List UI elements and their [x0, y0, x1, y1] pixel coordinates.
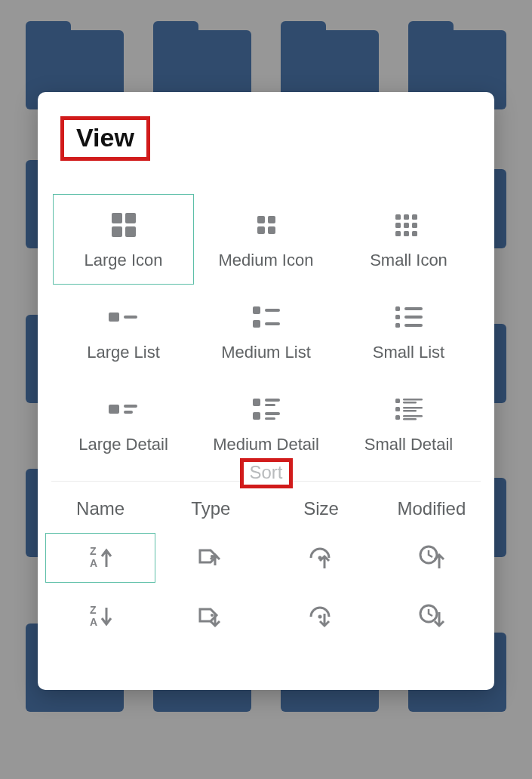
svg-rect-13 [412, 223, 417, 228]
svg-rect-14 [395, 231, 401, 236]
sort-size-asc[interactable] [266, 533, 377, 583]
medium-icon-icon [251, 208, 281, 242]
small-icon-icon [392, 208, 426, 242]
svg-rect-23 [395, 306, 400, 311]
sort-alpha-desc-icon: ZA [85, 603, 115, 630]
svg-rect-22 [265, 322, 280, 325]
svg-rect-5 [268, 216, 275, 223]
svg-rect-17 [109, 313, 119, 322]
sort-size-desc-icon [306, 603, 337, 630]
svg-rect-36 [265, 412, 280, 415]
view-option-small-list[interactable]: Small List [338, 286, 479, 377]
sort-modified-desc[interactable] [377, 592, 487, 642]
view-options-grid: Large Icon Medium Icon Small Icon Large … [38, 161, 494, 469]
svg-rect-21 [253, 320, 260, 328]
svg-rect-26 [404, 316, 423, 319]
svg-rect-7 [268, 226, 275, 234]
svg-rect-37 [265, 417, 275, 420]
svg-rect-20 [265, 309, 280, 312]
medium-list-icon [250, 300, 283, 334]
svg-text:Z: Z [90, 545, 97, 557]
sort-size-asc-icon [306, 544, 337, 571]
sort-alpha-asc-icon: ZA [85, 544, 115, 571]
large-icon-icon [109, 208, 139, 242]
svg-rect-46 [403, 418, 417, 420]
sort-section: Sort Name Type Size Modified ZA ZA [38, 481, 494, 642]
sort-tag-asc-icon [195, 544, 226, 571]
large-detail-icon [107, 393, 140, 426]
view-option-label: Medium Detail [213, 435, 319, 454]
view-option-large-detail[interactable]: Large Detail [53, 378, 194, 469]
view-option-large-icon[interactable]: Large Icon [53, 194, 194, 285]
svg-rect-9 [404, 214, 409, 220]
view-option-label: Small List [373, 343, 444, 362]
svg-rect-15 [404, 231, 409, 236]
sort-modified-asc[interactable] [377, 533, 487, 583]
svg-rect-27 [395, 323, 400, 328]
sort-header-modified: Modified [377, 498, 487, 519]
svg-rect-28 [404, 324, 423, 327]
sort-name-desc[interactable]: ZA [45, 592, 155, 642]
view-option-label: Large Detail [78, 435, 168, 454]
sort-title-highlight: Sort [239, 458, 292, 488]
svg-rect-29 [109, 405, 119, 414]
sort-size-desc[interactable] [266, 592, 377, 642]
svg-rect-19 [253, 306, 260, 314]
view-option-medium-list[interactable]: Medium List [195, 286, 337, 377]
sort-header-type: Type [155, 498, 266, 519]
svg-rect-40 [403, 402, 417, 404]
svg-rect-30 [124, 405, 137, 408]
svg-point-54 [211, 614, 214, 617]
large-list-icon [107, 300, 140, 334]
medium-detail-icon [250, 393, 283, 426]
svg-rect-1 [125, 213, 136, 223]
svg-rect-38 [395, 399, 400, 403]
view-option-medium-detail[interactable]: Medium Detail [195, 378, 337, 469]
svg-rect-12 [404, 223, 409, 228]
sort-header-name: Name [45, 498, 155, 519]
svg-rect-34 [265, 404, 275, 406]
dialog-title: View [76, 123, 134, 152]
svg-rect-32 [253, 399, 260, 406]
svg-rect-4 [257, 216, 265, 223]
svg-rect-43 [403, 410, 417, 412]
view-option-label: Small Icon [370, 251, 447, 270]
svg-text:A: A [90, 557, 97, 569]
view-option-label: Medium List [221, 343, 311, 362]
sort-options-grid: ZA ZA [38, 519, 494, 642]
sort-title: Sort [249, 462, 282, 483]
svg-rect-25 [395, 315, 400, 319]
svg-rect-33 [265, 399, 280, 402]
svg-rect-16 [412, 231, 417, 236]
view-option-label: Small Detail [364, 435, 453, 454]
view-option-medium-icon[interactable]: Medium Icon [195, 194, 337, 285]
svg-rect-24 [404, 307, 423, 310]
svg-rect-8 [395, 214, 401, 220]
sort-type-asc[interactable] [155, 533, 266, 583]
view-option-label: Medium Icon [219, 251, 314, 270]
sort-name-asc[interactable]: ZA [45, 533, 155, 583]
svg-text:A: A [90, 616, 97, 628]
sort-time-desc-icon [417, 603, 447, 630]
view-sort-dialog: View Large Icon Medium Icon Small Icon [38, 92, 494, 690]
svg-rect-39 [403, 399, 423, 401]
svg-rect-2 [112, 226, 122, 237]
dialog-title-highlight: View [60, 116, 150, 161]
small-detail-icon [392, 393, 426, 426]
svg-rect-35 [253, 412, 260, 420]
view-option-small-icon[interactable]: Small Icon [338, 194, 479, 285]
svg-text:Z: Z [90, 604, 97, 616]
svg-rect-42 [403, 407, 423, 409]
svg-rect-10 [412, 214, 417, 220]
svg-rect-6 [257, 226, 265, 234]
sort-time-asc-icon [417, 544, 447, 571]
sort-type-desc[interactable] [155, 592, 266, 642]
view-option-small-detail[interactable]: Small Detail [338, 378, 479, 469]
svg-rect-3 [125, 226, 136, 237]
view-option-label: Large Icon [85, 251, 163, 270]
svg-rect-44 [395, 415, 400, 420]
svg-point-55 [318, 615, 321, 619]
svg-rect-31 [124, 411, 133, 414]
view-option-large-list[interactable]: Large List [53, 286, 194, 377]
svg-rect-45 [403, 415, 423, 417]
